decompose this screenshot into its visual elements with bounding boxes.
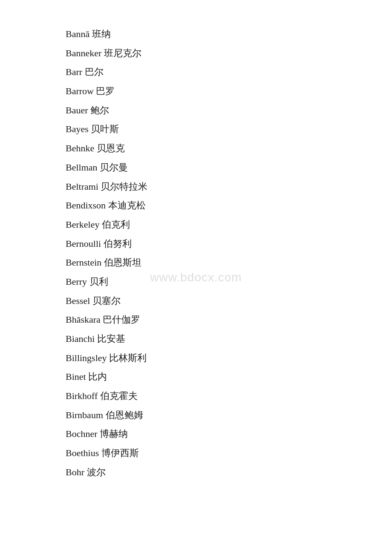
list-item: Beltrami 贝尔特拉米	[66, 178, 392, 196]
chinese-name: 贝恩克	[97, 143, 125, 153]
list-item: Barrow 巴罗	[66, 83, 392, 100]
chinese-name: 伯克利	[102, 219, 130, 230]
chinese-name: 贝叶斯	[91, 124, 119, 134]
latin-name: Bellman	[66, 162, 98, 173]
list-item: Bhāskara 巴什伽罗	[66, 311, 392, 329]
list-item: Bannā 班纳	[66, 26, 392, 43]
chinese-name: 班纳	[92, 29, 111, 39]
list-item: Bohr 波尔	[66, 464, 392, 481]
latin-name: Binet	[66, 371, 86, 382]
list-item: Banneker 班尼克尔	[66, 45, 392, 62]
chinese-name: 伯努利	[104, 238, 132, 249]
latin-name: Bernstein	[66, 257, 101, 268]
latin-name: Bessel	[66, 295, 90, 306]
latin-name: Bernoulli	[66, 238, 101, 249]
chinese-name: 巴罗	[96, 86, 115, 96]
chinese-name: 本迪克松	[108, 200, 146, 211]
list-item: Bauer 鲍尔	[66, 102, 392, 119]
list-item: Berry 贝利	[66, 273, 392, 291]
chinese-name: 贝尔特拉米	[101, 181, 147, 192]
latin-name: Bhāskara	[66, 314, 101, 325]
list-item: Birnbaum 伯恩鲍姆	[66, 407, 392, 424]
chinese-name: 波尔	[87, 467, 106, 477]
entry-list: Bannā 班纳Banneker 班尼克尔Barr 巴尔Barrow 巴罗Bau…	[0, 0, 392, 509]
latin-name: Beltrami	[66, 181, 98, 192]
chinese-name: 贝尔曼	[100, 162, 128, 173]
chinese-name: 伯克霍夫	[100, 390, 138, 401]
list-item: Bessel 贝塞尔	[66, 292, 392, 310]
latin-name: Birnbaum	[66, 410, 103, 420]
list-item: Birkhoff 伯克霍夫	[66, 387, 392, 405]
latin-name: Bayes	[66, 124, 89, 134]
chinese-name: 比林斯利	[109, 353, 147, 363]
latin-name: Banneker	[66, 48, 101, 58]
latin-name: Billingsley	[66, 353, 107, 363]
latin-name: Bauer	[66, 105, 88, 116]
chinese-name: 伯恩鲍姆	[106, 410, 143, 420]
chinese-name: 博伊西斯	[101, 448, 139, 458]
chinese-name: 贝利	[89, 276, 108, 287]
chinese-name: 巴尔	[85, 66, 104, 77]
list-item: Binet 比内	[66, 368, 392, 386]
chinese-name: 巴什伽罗	[103, 314, 140, 325]
list-item: Bochner 博赫纳	[66, 425, 392, 443]
chinese-name: 比安基	[97, 333, 125, 344]
list-item: Boethius 博伊西斯	[66, 445, 392, 462]
chinese-name: 班尼克尔	[104, 48, 141, 58]
chinese-name: 比内	[88, 371, 107, 382]
latin-name: Barrow	[66, 86, 94, 96]
latin-name: Berry	[66, 276, 87, 287]
list-item: Billingsley 比林斯利	[66, 350, 392, 367]
latin-name: Bochner	[66, 428, 98, 439]
list-item: Behnke 贝恩克	[66, 140, 392, 157]
latin-name: Birkhoff	[66, 390, 98, 401]
latin-name: Barr	[66, 66, 82, 77]
latin-name: Bannā	[66, 29, 89, 39]
list-item: Bellman 贝尔曼	[66, 159, 392, 176]
latin-name: Boethius	[66, 448, 99, 458]
latin-name: Bendixson	[66, 200, 106, 211]
list-item: Bayes 贝叶斯	[66, 121, 392, 138]
list-item: Bendixson 本迪克松	[66, 197, 392, 214]
latin-name: Behnke	[66, 143, 94, 153]
latin-name: Bianchi	[66, 333, 95, 344]
chinese-name: 鲍尔	[90, 105, 109, 116]
list-item: Bianchi 比安基	[66, 330, 392, 348]
latin-name: Bohr	[66, 467, 84, 477]
chinese-name: 伯恩斯坦	[104, 257, 141, 268]
list-item: Barr 巴尔	[66, 64, 392, 81]
list-item: Bernoulli 伯努利	[66, 235, 392, 253]
chinese-name: 博赫纳	[100, 428, 128, 439]
list-item: Berkeley 伯克利	[66, 216, 392, 234]
list-item: Bernstein 伯恩斯坦	[66, 254, 392, 272]
latin-name: Berkeley	[66, 219, 99, 230]
chinese-name: 贝塞尔	[92, 295, 121, 306]
